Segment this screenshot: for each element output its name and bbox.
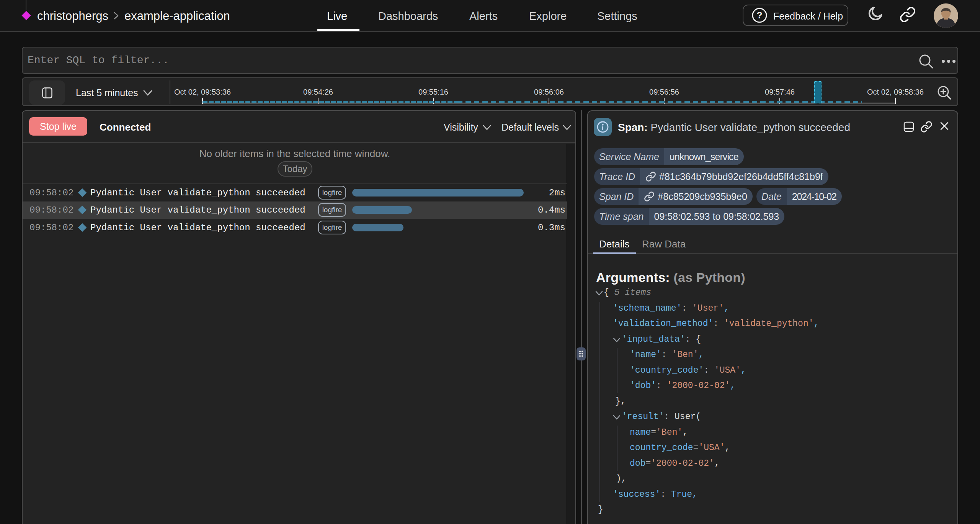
svg-text:?: ? bbox=[757, 10, 763, 20]
